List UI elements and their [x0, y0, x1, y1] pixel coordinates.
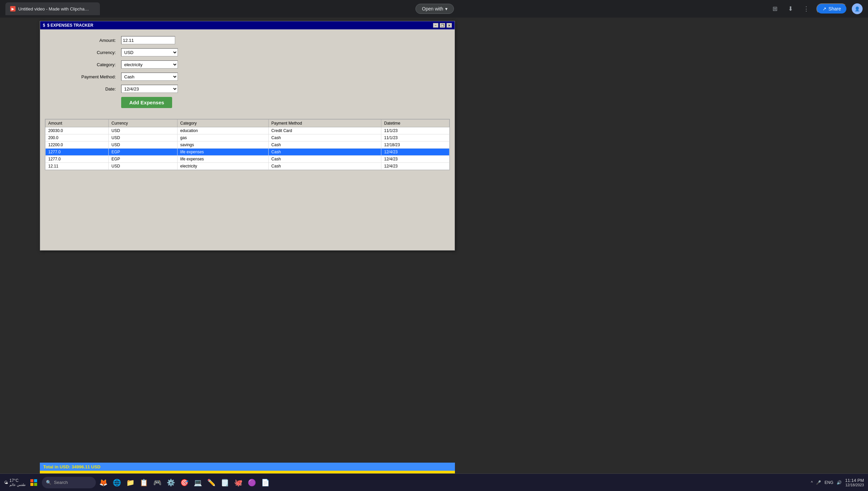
taskbar-icon-8[interactable]: 💻 — [192, 477, 204, 488]
share-button[interactable]: ↗ Share — [816, 3, 847, 14]
add-button-row: Add Expenses — [54, 97, 441, 108]
col-datetime: Datetime — [381, 120, 450, 127]
cell-currency: USD — [109, 141, 178, 149]
taskbar-icon-5[interactable]: 🎮 — [152, 477, 163, 488]
add-expenses-button[interactable]: Add Expenses — [121, 97, 172, 108]
payment-label: Payment Method: — [54, 74, 121, 79]
taskbar-icon-9[interactable]: ✏️ — [206, 477, 217, 488]
total-label: Total in USD: 34996.11 USD — [43, 464, 101, 469]
chevron-down-icon: ▾ — [445, 6, 447, 11]
svg-rect-3 — [34, 483, 37, 486]
tab-title: Untitled video - Made with Clipchamp (4)… — [18, 6, 92, 11]
start-button[interactable] — [28, 476, 40, 489]
table-row[interactable]: 12.11USDelectricityCash12/4/23 — [46, 163, 450, 170]
taskbar-icon-3[interactable]: 📁 — [125, 477, 136, 488]
cell-amount: 1277.0 — [46, 149, 109, 156]
share-label: Share — [829, 6, 841, 11]
cell-datetime: 12/4/23 — [381, 163, 450, 170]
col-payment: Payment Method — [269, 120, 381, 127]
cell-amount: 20030.0 — [46, 127, 109, 134]
taskbar-icon-12[interactable]: 🟣 — [246, 477, 258, 488]
taskbar-time: 11:14 PM 12/18/2023 — [845, 478, 864, 487]
app-window: $ $ EXPENSES TRACKER − ❐ ✕ Amount: Curre… — [40, 21, 455, 251]
category-select[interactable]: electricity education gas savings life e… — [121, 60, 178, 69]
weather-icon: 🌤 — [4, 480, 8, 485]
chrome-tab[interactable]: ▶ Untitled video - Made with Clipchamp (… — [5, 2, 100, 15]
cell-category: life expenses — [178, 149, 269, 156]
weather-area: 🌤 17°C طقس عالم — [4, 478, 26, 487]
table-row[interactable]: 1277.0EGPlife expensesCash12/4/23 — [46, 149, 450, 156]
taskbar-icon-11[interactable]: 🐙 — [233, 477, 244, 488]
taskbar-icon-1[interactable]: 🦊 — [98, 477, 109, 488]
cell-currency: USD — [109, 127, 178, 134]
cell-datetime: 12/4/23 — [381, 156, 450, 163]
expenses-table: Amount Currency Category Payment Method … — [45, 119, 450, 170]
cell-amount: 12.11 — [46, 163, 109, 170]
form-area: Amount: Currency: USD EGP EUR Category: … — [40, 29, 455, 119]
clock-date: 12/18/2023 — [845, 483, 864, 487]
taskbar-icon-7[interactable]: 🎯 — [179, 477, 190, 488]
category-row: Category: electricity education gas savi… — [54, 60, 441, 69]
cell-amount: 1277.0 — [46, 156, 109, 163]
payment-select[interactable]: Cash Credit Card — [121, 73, 178, 81]
cell-currency: EGP — [109, 156, 178, 163]
more-options-icon[interactable]: ⋮ — [801, 3, 812, 14]
open-with-button[interactable]: Open with ▾ — [415, 4, 454, 14]
table-header-row: Amount Currency Category Payment Method … — [46, 120, 450, 127]
currency-select[interactable]: USD EGP EUR — [121, 48, 178, 56]
chrome-actions: ⊞ ⬇ ⋮ ↗ Share 👤 — [770, 3, 863, 14]
avatar[interactable]: 👤 — [852, 3, 863, 14]
open-with-label: Open with — [422, 6, 443, 11]
cell-currency: EGP — [109, 149, 178, 156]
col-category: Category — [178, 120, 269, 127]
tab-favicon: ▶ — [10, 6, 16, 11]
cell-payment: Cash — [269, 134, 381, 141]
microphone-icon[interactable]: 🎤 — [816, 480, 821, 485]
search-icon: 🔍 — [46, 480, 51, 485]
cell-category: electricity — [178, 163, 269, 170]
date-label: Date: — [54, 86, 121, 92]
col-amount: Amount — [46, 120, 109, 127]
svg-rect-2 — [30, 483, 33, 486]
currency-label: Currency: — [54, 50, 121, 55]
amount-label: Amount: — [54, 38, 121, 43]
cell-datetime: 11/1/23 — [381, 127, 450, 134]
taskbar-icon-6[interactable]: ⚙️ — [165, 477, 177, 488]
category-label: Category: — [54, 62, 121, 67]
table-row[interactable]: 12200.0USDsavingsCash12/18/23 — [46, 141, 450, 149]
date-row: Date: 12/4/23 — [54, 85, 441, 93]
taskbar-icon-13[interactable]: 📄 — [260, 477, 271, 488]
taskbar-search[interactable]: 🔍 Search — [42, 477, 96, 488]
date-select[interactable]: 12/4/23 — [121, 85, 178, 93]
dollar-icon: $ — [43, 23, 45, 28]
volume-icon[interactable]: 🔊 — [837, 480, 842, 485]
weather-desc: طقس عالم — [9, 483, 26, 487]
cell-payment: Credit Card — [269, 127, 381, 134]
cell-amount: 200.0 — [46, 134, 109, 141]
amount-input[interactable] — [121, 36, 175, 44]
taskbar-right: ^ 🎤 ENG 🔊 11:14 PM 12/18/2023 — [811, 478, 864, 487]
total-bar: Total in USD: 34996.11 USD — [40, 463, 455, 471]
window-titlebar: $ $ EXPENSES TRACKER − ❐ ✕ — [40, 21, 455, 29]
restore-button[interactable]: ❐ — [440, 23, 445, 28]
clock-time: 11:14 PM — [845, 478, 864, 483]
minimize-button[interactable]: − — [433, 23, 438, 28]
taskbar-icon-4[interactable]: 📋 — [138, 477, 150, 488]
weather-temp: 17°C — [9, 478, 26, 483]
comment-icon[interactable]: ⊞ — [770, 3, 781, 14]
table-row[interactable]: 20030.0USDeducationCredit Card11/1/23 — [46, 127, 450, 134]
search-text: Search — [54, 480, 68, 485]
cell-payment: Cash — [269, 141, 381, 149]
taskbar-icon-10[interactable]: 🗒️ — [219, 477, 231, 488]
close-button[interactable]: ✕ — [446, 23, 452, 28]
window-title: $ $ EXPENSES TRACKER — [43, 23, 93, 28]
table-row[interactable]: 200.0USDgasCash11/1/23 — [46, 134, 450, 141]
download-icon[interactable]: ⬇ — [785, 3, 796, 14]
cell-currency: USD — [109, 134, 178, 141]
cell-amount: 12200.0 — [46, 141, 109, 149]
chevron-up-icon[interactable]: ^ — [811, 480, 813, 485]
col-currency: Currency — [109, 120, 178, 127]
taskbar-icon-2[interactable]: 🌐 — [111, 477, 123, 488]
cell-payment: Cash — [269, 156, 381, 163]
table-row[interactable]: 1277.0EGPlife expensesCash12/4/23 — [46, 156, 450, 163]
